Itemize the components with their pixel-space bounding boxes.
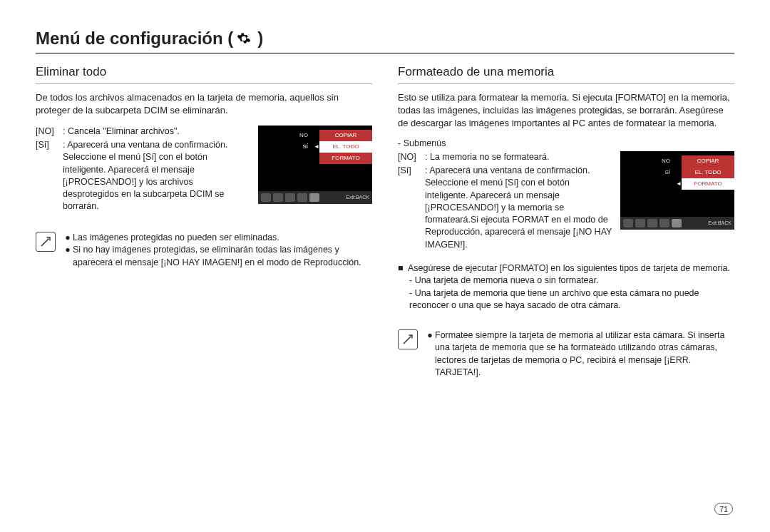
settings-icon bbox=[309, 193, 319, 202]
lcd-bottom-bar: Exit:BACK bbox=[258, 191, 372, 204]
lcd-menu-row: NOCOPIAR bbox=[620, 155, 734, 167]
right-note-body: ●Formatee siempre la tarjeta de memoria … bbox=[425, 329, 734, 379]
lcd-option-right: FORMATO bbox=[682, 178, 734, 190]
left-note: ●Las imágenes protegidas no pueden ser e… bbox=[36, 232, 372, 270]
option-label-si: [Sí] bbox=[398, 165, 425, 251]
tip-icon bbox=[398, 329, 418, 349]
right-note: ●Formatee siempre la tarjeta de memoria … bbox=[398, 329, 734, 379]
lcd-menu-row: NOCOPIAR bbox=[258, 130, 372, 141]
option-label-si: [Sí] bbox=[36, 139, 63, 213]
lcd-option-right: COPIAR bbox=[682, 155, 734, 167]
left-subheading: Eliminar todo bbox=[36, 65, 372, 84]
lcd-option-right: FORMATO bbox=[319, 153, 372, 164]
ensure-item-1: - Una tarjeta de memoria nueva o sin for… bbox=[409, 275, 734, 287]
page-title-prefix: Menú de configuración ( bbox=[36, 29, 233, 48]
left-option-si: [Sí] : Aparecerá una ventana de confirma… bbox=[36, 139, 251, 213]
submenu-label: - Submenús bbox=[398, 138, 734, 148]
page-number: 71 bbox=[714, 503, 733, 515]
display-icon bbox=[261, 193, 271, 202]
lcd-option-left: SÍ bbox=[620, 169, 676, 175]
bullet-marker: ● bbox=[63, 232, 73, 245]
gear-icon bbox=[236, 31, 252, 46]
left-note-item-1: Las imágenes protegidas no pueden ser el… bbox=[73, 232, 279, 245]
lcd-menu-row: SÍ◄EL. TODO bbox=[258, 141, 372, 153]
album-icon bbox=[297, 193, 307, 202]
option-label-no: [NO] bbox=[36, 126, 63, 138]
lcd-option-left: NO bbox=[258, 132, 314, 138]
settings-icon bbox=[672, 219, 682, 227]
lcd-bottom-icons bbox=[623, 219, 708, 227]
ensure-list: - Una tarjeta de memoria nueva o sin for… bbox=[398, 275, 734, 312]
lcd-option-right: EL. TODO bbox=[319, 141, 372, 153]
option-desc-si: : Aparecerá una ventana de confirmación.… bbox=[425, 165, 613, 251]
lcd-option-right: COPIAR bbox=[319, 130, 372, 141]
camera-icon bbox=[285, 193, 295, 202]
right-subheading: Formateado de una memoria bbox=[398, 65, 734, 84]
camera-lcd-right: NOCOPIARSÍEL. TODO◄FORMATOExit:BACK bbox=[620, 151, 734, 230]
lcd-menu-row: ◄FORMATO bbox=[620, 178, 734, 190]
ensure-text: Asegúrese de ejecutar [FORMATO] en los s… bbox=[408, 262, 730, 275]
option-desc-si: : Aparecerá una ventana de confirmación.… bbox=[63, 139, 251, 213]
left-options-text: [NO] : Cancela "Eliminar archivos". [Sí]… bbox=[36, 126, 251, 215]
triangle-left-icon: ◄ bbox=[314, 143, 319, 150]
manual-page: Menú de configuración ( ) Eliminar todo … bbox=[0, 0, 770, 532]
left-option-no: [NO] : Cancela "Eliminar archivos". bbox=[36, 126, 251, 138]
left-intro: De todos los archivos almacenados en la … bbox=[36, 91, 372, 117]
triangle-left-icon: ◄ bbox=[676, 180, 682, 187]
right-options-text: [NO] : La memoria no se formateará. [Sí]… bbox=[398, 151, 613, 252]
lcd-menu-row: SÍEL. TODO bbox=[620, 167, 734, 178]
right-options-block: [NO] : La memoria no se formateará. [Sí]… bbox=[398, 151, 734, 252]
sound-icon bbox=[635, 219, 645, 227]
bullet-marker: ● bbox=[425, 329, 435, 379]
camera-icon bbox=[647, 219, 657, 227]
left-options-block: [NO] : Cancela "Eliminar archivos". [Sí]… bbox=[36, 126, 372, 215]
lcd-option-left: SÍ bbox=[258, 143, 314, 150]
page-title-suffix: ) bbox=[257, 29, 263, 48]
right-submenu-block: - Submenús [NO] : La memoria no se forma… bbox=[398, 138, 734, 252]
left-note-item-2: Si no hay imágenes protegidas, se elimin… bbox=[73, 244, 372, 269]
lcd-bottom-icons bbox=[261, 193, 346, 202]
bullet-marker: ● bbox=[63, 244, 73, 269]
lcd-bottom-bar: Exit:BACK bbox=[620, 217, 734, 230]
sound-icon bbox=[273, 193, 283, 202]
right-option-no: [NO] : La memoria no se formateará. bbox=[398, 151, 613, 163]
lcd-option-right: EL. TODO bbox=[682, 167, 734, 178]
right-option-si: [Sí] : Aparecerá una ventana de confirma… bbox=[398, 165, 613, 251]
right-note-item-1: Formatee siempre la tarjeta de memoria a… bbox=[435, 329, 734, 379]
ensure-item-2: - Una tarjeta de memoria que tiene un ar… bbox=[409, 287, 734, 312]
album-icon bbox=[659, 219, 669, 227]
left-note-body: ●Las imágenes protegidas no pueden ser e… bbox=[63, 232, 372, 270]
right-column: Formateado de una memoria Esto se utiliz… bbox=[398, 65, 734, 379]
lcd-exit-label: Exit:BACK bbox=[708, 220, 732, 225]
page-title-row: Menú de configuración ( ) bbox=[36, 29, 734, 53]
tip-icon bbox=[36, 232, 56, 252]
right-intro: Esto se utiliza para formatear la memori… bbox=[398, 91, 734, 130]
option-desc-no: : La memoria no se formateará. bbox=[425, 151, 613, 163]
lcd-exit-label: Exit:BACK bbox=[346, 195, 369, 200]
option-label-no: [NO] bbox=[398, 151, 425, 163]
option-desc-no: : Cancela "Eliminar archivos". bbox=[63, 126, 251, 138]
lcd-option-left: NO bbox=[620, 158, 676, 164]
camera-lcd-left: NOCOPIARSÍ◄EL. TODOFORMATOExit:BACK bbox=[258, 126, 372, 204]
square-marker: ■ bbox=[398, 262, 408, 275]
ensure-line: ■ Asegúrese de ejecutar [FORMATO] en los… bbox=[398, 262, 734, 275]
ensure-block: ■ Asegúrese de ejecutar [FORMATO] en los… bbox=[398, 262, 734, 312]
two-column-layout: Eliminar todo De todos los archivos alma… bbox=[36, 65, 734, 379]
left-column: Eliminar todo De todos los archivos alma… bbox=[36, 65, 372, 379]
lcd-menu-row: FORMATO bbox=[258, 153, 372, 164]
display-icon bbox=[623, 219, 633, 227]
